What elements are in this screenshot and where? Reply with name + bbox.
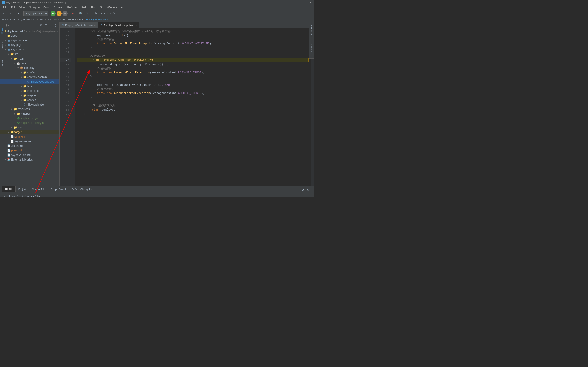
tree-sky-take-out-iml[interactable]: 📄 sky-take-out.iml (0, 153, 60, 157)
sidebar-settings-btn[interactable]: ⋮ (53, 23, 58, 27)
tree-sky-pojo[interactable]: ▶ ◼ sky-pojo (0, 43, 60, 47)
tree-sky-server-iml[interactable]: 📄 sky-server.iml (0, 139, 60, 144)
tree-mapper2[interactable]: ▶ 📁 mapper (0, 111, 60, 116)
tree-config[interactable]: ▶ 📁 config (0, 70, 60, 75)
menu-analyze[interactable]: Analyze (52, 6, 65, 10)
close-button[interactable]: ✕ (309, 1, 312, 4)
tree-sky-common[interactable]: ▶ ◼ sky-common (0, 38, 60, 43)
btn-up[interactable]: ↑ (2, 194, 7, 197)
tree-application-dev-yml[interactable]: ⚙ application-dev.yml (0, 121, 60, 125)
bc-employee-service-impl[interactable]: EmployeeServiceImpl (86, 18, 111, 21)
tree-sky-server[interactable]: ▼ ◼ sky-server (0, 47, 60, 52)
filter-settings-btn[interactable]: ⚙ (300, 188, 305, 192)
tree-service[interactable]: ▶ 📁 service (0, 98, 60, 102)
tree-target[interactable]: ▶ 📁 target (0, 130, 60, 134)
tab-default-changelist[interactable]: Default Changelist (69, 186, 95, 192)
vtab-maven[interactable]: Maven (0, 54, 5, 70)
tab-employee-service-impl[interactable]: C EmployeeServiceImpl.java ✕ (98, 22, 139, 28)
vtab-database[interactable]: Database (309, 40, 314, 59)
menu-build[interactable]: Build (79, 6, 89, 10)
run-button[interactable]: ▶ (51, 11, 56, 16)
app-icon (2, 1, 5, 4)
code-line-37: //账号不存在 (77, 38, 309, 42)
code-lines: //2、处理各种异常情况（用户名不存在、密码不对、账号被锁定） if (empl… (75, 28, 311, 186)
coverage-button[interactable]: ◈ (62, 11, 68, 16)
toolbar-sep3 (49, 11, 49, 16)
tree-idea[interactable]: ▶ 📁 .idea (0, 33, 60, 38)
tree-handler[interactable]: ▶ 📁 handler (0, 84, 60, 89)
vtab-notifications[interactable]: Notifications (309, 22, 314, 40)
vtab-commit[interactable]: Commit (0, 38, 5, 54)
app-config-select[interactable]: SkyApplication (23, 11, 48, 16)
tree-main[interactable]: ▼ 📂 main (0, 56, 60, 61)
menu-file[interactable]: File (1, 6, 9, 10)
tree-employee-controller[interactable]: C EmployeeController (0, 79, 60, 84)
bc-sky-server[interactable]: sky-server (18, 18, 30, 21)
tab-employee-controller[interactable]: C EmployeeController.java ✕ (60, 22, 98, 28)
tree-controller-admin[interactable]: ▼ 📁 controller.admin (0, 75, 60, 79)
forward-button[interactable]: → (7, 11, 13, 16)
tree-gitignore[interactable]: 📄 .gitignore (0, 144, 60, 148)
menu-git[interactable]: Git (98, 6, 105, 10)
tree-root[interactable]: ▼ 📁 sky-take-out D:\code\IdeaProjects\sk… (0, 29, 60, 33)
tab-current-file[interactable]: Current File (29, 186, 48, 192)
sidebar-header: Project ⚙ ⊞ — ⋮ (0, 22, 60, 28)
code-line-36: if (employee == null) { (77, 33, 309, 38)
bc-sky-take-out[interactable]: sky-take-out (2, 18, 16, 21)
menu-edit[interactable]: Edit (9, 6, 17, 10)
sidebar-collapse-btn[interactable]: — (49, 23, 53, 27)
tree-resources[interactable]: ▼ 📁 resources (0, 107, 60, 111)
menu-view[interactable]: View (17, 6, 27, 10)
tab-close-1[interactable]: ✕ (94, 24, 96, 27)
tree-src[interactable]: ▼ 📂 src (0, 52, 60, 56)
tab-project[interactable]: Project (16, 186, 29, 192)
tree-mapper[interactable]: ▶ 📁 mapper (0, 93, 60, 98)
tree-pom-xml[interactable]: 📄 pom.xml (0, 148, 60, 153)
tab-scope-based[interactable]: Scope Based (48, 186, 69, 192)
tree-sky-application[interactable]: C SkyApplication (0, 102, 60, 107)
debug-button[interactable]: 🐛 (57, 11, 61, 16)
tree-interceptor[interactable]: ▶ 📁 interceptor (0, 89, 60, 93)
sidebar-expand-btn[interactable]: ⊞ (44, 23, 48, 27)
menu-navigate[interactable]: Navigate (27, 6, 42, 10)
navigate-back[interactable]: ◂ (15, 11, 21, 16)
bc-src[interactable]: src (33, 18, 36, 21)
code-editor[interactable]: 35 36 37 38 39 40 41 42 43 44 45 46 47 4… (60, 28, 314, 186)
filter-close-btn[interactable]: ✕ (305, 188, 310, 192)
menu-run[interactable]: Run (89, 6, 98, 10)
tree-pom-xml2[interactable]: 📄 pom.xml (0, 134, 60, 139)
sidebar-panel: Project ⚙ ⊞ — ⋮ ▼ 📁 sky-take-out D:\code… (0, 22, 60, 186)
menu-refactor[interactable]: Refactor (65, 6, 79, 10)
title-left: sky-take-out - EmployeeServiceImpl.java … (2, 1, 66, 4)
tree-application-yml[interactable]: ⚙ application.yml (0, 116, 60, 121)
tree-com-sky[interactable]: ▼ 📦 com.sky (0, 66, 60, 70)
search-button[interactable]: 🔍 (78, 11, 84, 16)
menu-code[interactable]: Code (42, 6, 52, 10)
tab-label-2: EmployeeServiceImpl.java (104, 24, 134, 27)
bc-impl[interactable]: impl (79, 18, 83, 21)
settings-button[interactable]: ⚙ (84, 11, 90, 16)
tab-todo[interactable]: TODO: (2, 186, 16, 192)
tree-java[interactable]: ▼ ☕ java (0, 61, 60, 66)
main-area: Project ⚙ ⊞ — ⋮ ▼ 📁 sky-take-out D:\code… (0, 22, 314, 186)
ln-43: 43 (60, 62, 71, 67)
bc-main[interactable]: main (39, 18, 44, 21)
vtab-project[interactable]: Project (0, 22, 5, 38)
tab-close-2[interactable]: ✕ (135, 24, 137, 27)
code-line-47 (77, 79, 309, 83)
tree-external-libs[interactable]: ▶ 📚 External Libraries (0, 157, 60, 162)
menu-window[interactable]: Window (105, 6, 119, 10)
tree-test[interactable]: ▶ 📁 test (0, 125, 60, 130)
bc-sky[interactable]: sky (61, 18, 65, 21)
back-button[interactable]: ← (1, 11, 7, 16)
minimize-button[interactable]: — (300, 1, 304, 4)
maximize-button[interactable]: ❐ (304, 1, 308, 4)
menu-help[interactable]: Help (119, 6, 128, 10)
sidebar-config-btn[interactable]: ⚙ (39, 23, 43, 27)
bc-service[interactable]: service (68, 18, 76, 21)
stop-button[interactable]: ■ (70, 11, 76, 16)
bc-com[interactable]: com (54, 18, 59, 21)
bc-java[interactable]: java (47, 18, 52, 21)
ln-53: 53 (60, 104, 71, 108)
code-line-54: return employee; (77, 108, 309, 112)
